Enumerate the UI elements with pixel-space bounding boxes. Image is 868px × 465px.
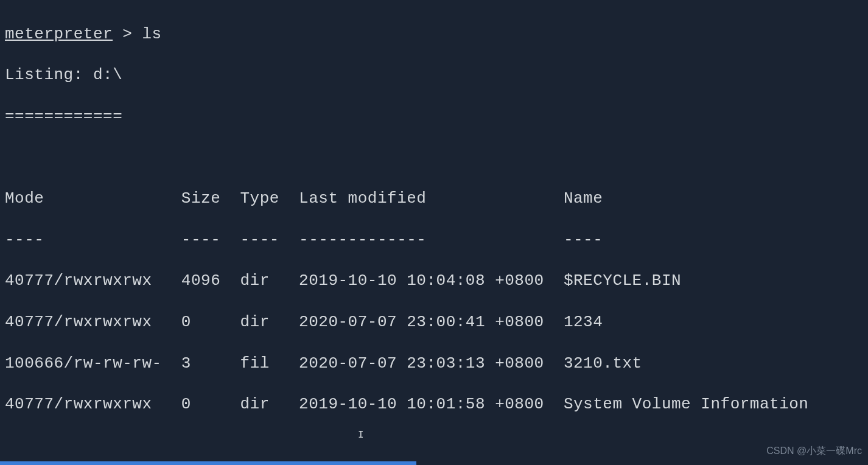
th-modified: Last modified xyxy=(299,189,564,208)
th-type: Type xyxy=(240,189,299,208)
cell-mode: 100666/rw-rw-rw- xyxy=(5,354,181,372)
command-ls: ls xyxy=(142,25,161,43)
cell-name: 3210.txt xyxy=(564,354,642,372)
cell-modified: 2019-10-10 10:04:08 +0800 xyxy=(299,271,564,290)
prompt-line-1: meterpreter > ls xyxy=(5,24,863,45)
dash-name: ---- xyxy=(564,231,603,249)
cell-type: dir xyxy=(240,313,299,331)
dash-type: ---- xyxy=(240,231,299,249)
cell-type: dir xyxy=(240,395,299,413)
th-name: Name xyxy=(564,189,603,208)
progress-bar xyxy=(0,461,416,465)
dash-modified: ------------- xyxy=(299,231,564,249)
cell-type: fil xyxy=(240,354,299,372)
blank-line xyxy=(5,148,863,169)
cell-size: 0 xyxy=(181,395,240,413)
terminal-output[interactable]: meterpreter > ls Listing: d:\ ==========… xyxy=(5,4,863,465)
cell-type: dir xyxy=(240,271,299,290)
cell-name: System Volume Information xyxy=(564,395,809,413)
prompt: meterpreter xyxy=(5,25,113,43)
table-row: 40777/rwxrwxrwx 0 dir 2020-07-07 23:00:4… xyxy=(5,312,863,333)
cell-modified: 2020-07-07 23:03:13 +0800 xyxy=(299,354,564,372)
table1-header: Mode Size Type Last modified Name xyxy=(5,189,863,209)
cell-modified: 2020-07-07 23:00:41 +0800 xyxy=(299,313,564,331)
cell-modified: 2019-10-10 10:01:58 +0800 xyxy=(299,395,564,413)
cell-mode: 40777/rwxrwxrwx xyxy=(5,313,181,331)
cell-mode: 40777/rwxrwxrwx xyxy=(5,271,181,290)
blank-line xyxy=(5,436,863,456)
dash-size: ---- xyxy=(181,231,240,249)
table-row: 40777/rwxrwxrwx 0 dir 2019-10-10 10:01:5… xyxy=(5,394,863,415)
cell-size: 0 xyxy=(181,313,240,331)
th-size: Size xyxy=(181,189,240,208)
cell-name: 1234 xyxy=(564,313,603,331)
text-cursor-ibeam: I xyxy=(358,429,364,442)
dash-mode: ---- xyxy=(5,231,181,249)
cell-mode: 40777/rwxrwxrwx xyxy=(5,395,181,413)
table-row: 40777/rwxrwxrwx 4096 dir 2019-10-10 10:0… xyxy=(5,271,863,292)
cell-size: 4096 xyxy=(181,271,240,290)
table-row: 100666/rw-rw-rw- 3 fil 2020-07-07 23:03:… xyxy=(5,354,863,374)
gt: > xyxy=(122,25,132,43)
cell-size: 3 xyxy=(181,354,240,372)
watermark: CSDN @小菜一碟Mrc xyxy=(766,445,862,458)
separator-1: ============ xyxy=(5,107,863,127)
cell-name: $RECYCLE.BIN xyxy=(564,271,681,290)
table1-dashes: ---- ---- ---- ------------- ---- xyxy=(5,230,863,251)
listing-path-1: Listing: d:\ xyxy=(5,65,863,86)
th-mode: Mode xyxy=(5,189,181,208)
